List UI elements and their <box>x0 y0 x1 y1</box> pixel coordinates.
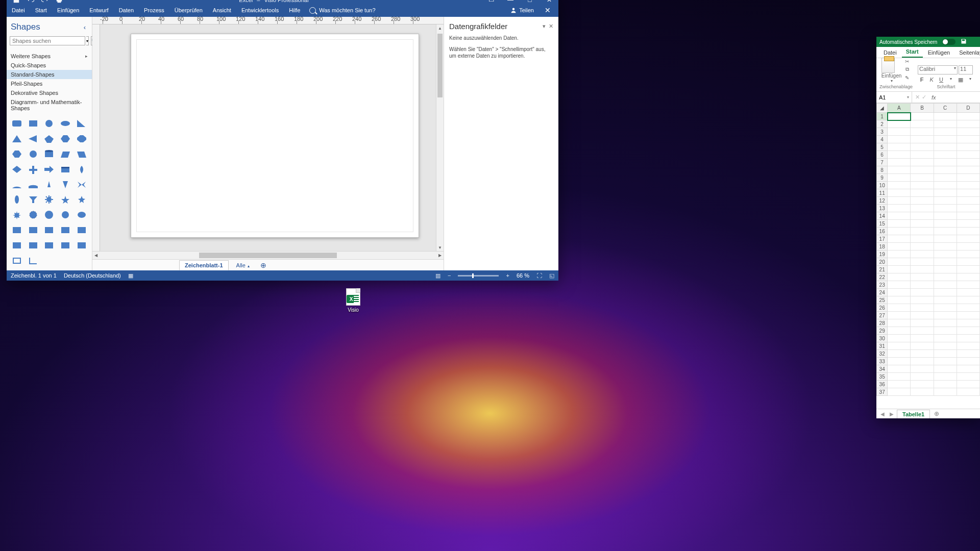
row-header-23[interactable]: 23 <box>877 281 888 289</box>
cell-C33[interactable] <box>934 358 957 365</box>
ribbon-tab-entwurf[interactable]: Entwurf <box>84 7 113 13</box>
row-header-12[interactable]: 12 <box>877 197 888 205</box>
shape-thumb-17[interactable] <box>42 164 57 175</box>
cell-B17[interactable] <box>911 235 934 243</box>
shape-category-4[interactable]: Dekorative Shapes <box>7 88 92 97</box>
shapes-search-input[interactable] <box>10 36 85 45</box>
shape-thumb-35[interactable] <box>10 224 24 236</box>
border-button[interactable]: ▦ <box>957 77 965 83</box>
shape-thumb-27[interactable] <box>42 194 57 205</box>
cell-C30[interactable] <box>934 335 957 342</box>
shape-thumb-41[interactable] <box>26 240 40 251</box>
spreadsheet-grid[interactable]: ◢ABCD12345678910111213141516171819202122… <box>876 103 980 409</box>
cell-D13[interactable] <box>957 205 979 212</box>
share-button[interactable]: Teilen <box>506 7 538 13</box>
col-header-B[interactable]: B <box>911 104 934 113</box>
cell-D16[interactable] <box>957 228 979 235</box>
cell-A1[interactable] <box>888 113 911 120</box>
cell-A2[interactable] <box>888 120 911 128</box>
cell-D2[interactable] <box>957 120 979 128</box>
cell-C31[interactable] <box>934 342 957 350</box>
shape-thumb-21[interactable] <box>26 179 40 190</box>
shape-thumb-33[interactable] <box>58 209 72 220</box>
cell-C25[interactable] <box>934 296 957 304</box>
cell-A11[interactable] <box>888 189 911 197</box>
cell-B8[interactable] <box>911 166 934 174</box>
select-all-cell[interactable]: ◢ <box>877 104 888 113</box>
row-header-35[interactable]: 35 <box>877 373 888 381</box>
cell-B15[interactable] <box>911 220 934 228</box>
cell-D35[interactable] <box>957 373 979 381</box>
cell-C28[interactable] <box>934 319 957 327</box>
cell-C7[interactable] <box>934 159 957 166</box>
row-header-36[interactable]: 36 <box>877 381 888 388</box>
panel-options-icon[interactable]: ▾ <box>543 23 546 30</box>
cell-A27[interactable] <box>888 312 911 319</box>
cell-A14[interactable] <box>888 212 911 220</box>
cell-D14[interactable] <box>957 212 979 220</box>
shape-thumb-43[interactable] <box>58 240 72 251</box>
cell-D25[interactable] <box>957 296 979 304</box>
paste-dropdown-icon[interactable]: ▾ <box>881 79 901 83</box>
cell-A21[interactable] <box>888 266 911 273</box>
cell-A13[interactable] <box>888 205 911 212</box>
italic-button[interactable]: K <box>927 77 936 83</box>
row-header-14[interactable]: 14 <box>877 212 888 220</box>
cell-D21[interactable] <box>957 266 979 273</box>
name-box[interactable]: A1▾ <box>876 92 912 103</box>
cell-A32[interactable] <box>888 350 911 358</box>
shape-thumb-3[interactable] <box>58 118 72 129</box>
row-header-4[interactable]: 4 <box>877 136 888 143</box>
cell-C32[interactable] <box>934 350 957 358</box>
cell-A8[interactable] <box>888 166 911 174</box>
row-header-17[interactable]: 17 <box>877 235 888 243</box>
cell-B33[interactable] <box>911 358 934 365</box>
redo-icon[interactable] <box>41 0 48 4</box>
cell-B25[interactable] <box>911 296 934 304</box>
shape-thumb-4[interactable] <box>75 118 89 129</box>
ribbon-tab-ansicht[interactable]: Ansicht <box>208 7 236 13</box>
cell-B21[interactable] <box>911 266 934 273</box>
maximize-icon[interactable]: □ <box>524 0 536 4</box>
row-header-11[interactable]: 11 <box>877 189 888 197</box>
shape-thumb-29[interactable] <box>75 194 89 205</box>
cell-B36[interactable] <box>911 381 934 388</box>
cell-B1[interactable] <box>911 113 934 120</box>
cell-C36[interactable] <box>934 381 957 388</box>
row-header-20[interactable]: 20 <box>877 258 888 266</box>
cell-A25[interactable] <box>888 296 911 304</box>
cell-C15[interactable] <box>934 220 957 228</box>
cell-C11[interactable] <box>934 189 957 197</box>
cell-D6[interactable] <box>957 151 979 159</box>
shape-thumb-32[interactable] <box>42 209 57 220</box>
shape-thumb-13[interactable] <box>58 148 72 160</box>
shape-thumb-42[interactable] <box>42 240 57 251</box>
cell-B22[interactable] <box>911 273 934 281</box>
cell-B14[interactable] <box>911 212 934 220</box>
cell-C5[interactable] <box>934 143 957 151</box>
cell-B19[interactable] <box>911 251 934 258</box>
ribbon-tab-entwicklertools[interactable]: Entwicklertools <box>236 7 284 13</box>
shape-thumb-36[interactable] <box>26 224 40 236</box>
cell-D9[interactable] <box>957 174 979 182</box>
shape-category-5[interactable]: Diagramm- und Mathematik-Shapes <box>7 97 92 113</box>
cell-A3[interactable] <box>888 128 911 136</box>
cell-B34[interactable] <box>911 365 934 373</box>
cell-B5[interactable] <box>911 143 934 151</box>
drawing-page[interactable] <box>131 34 419 238</box>
row-header-29[interactable]: 29 <box>877 327 888 335</box>
copy-icon[interactable]: ⧉ <box>903 66 911 73</box>
cell-A16[interactable] <box>888 228 911 235</box>
cell-D5[interactable] <box>957 143 979 151</box>
tell-me-prompt[interactable]: Was möchten Sie tun? <box>319 7 375 13</box>
cell-A7[interactable] <box>888 159 911 166</box>
excel-tab-start[interactable]: Start <box>902 46 923 58</box>
sheet-prev-icon[interactable]: ◀ <box>878 411 887 417</box>
cell-D1[interactable] <box>957 113 979 120</box>
cell-A33[interactable] <box>888 358 911 365</box>
fullscreen-icon[interactable]: ◱ <box>549 272 554 279</box>
row-header-15[interactable]: 15 <box>877 220 888 228</box>
shape-thumb-2[interactable] <box>42 118 57 129</box>
cell-A12[interactable] <box>888 197 911 205</box>
cell-D32[interactable] <box>957 350 979 358</box>
